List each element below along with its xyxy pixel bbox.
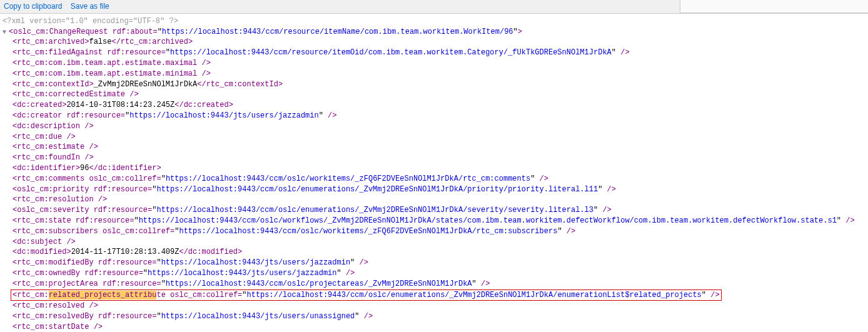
highlighted-element: <rtc_cm:related_projects_attribute oslc_… — [11, 289, 722, 301]
xml-element-line: <oslc_cm:severity rdf:resource="https://… — [3, 205, 865, 216]
xml-element-line: <oslc_cm:priority rdf:resource="https://… — [3, 184, 865, 195]
expand-icon[interactable]: ▼ — [3, 28, 9, 37]
xml-element-line: <rtc_cm:correctedEstimate /> — [3, 89, 865, 100]
xml-element-line: <dc:identifier>96</dc:identifier> — [3, 163, 865, 174]
xml-element-line: <rtc_cm:startDate /> — [3, 322, 865, 332]
save-as-file-link[interactable]: Save as file — [71, 2, 109, 11]
xml-element-line: <rtc_cm:related_projects_attribute oslc_… — [3, 289, 865, 301]
xml-viewer[interactable]: <?xml version="1.0" encoding="UTF-8" ?> … — [0, 14, 868, 332]
xml-element-line: <rtc_cm:resolution /> — [3, 194, 865, 205]
xml-element-line: <dc:modified>2014-11-17T10:28:13.409Z</d… — [3, 247, 865, 258]
xml-declaration: <?xml version="1.0" encoding="UTF-8" ?> — [3, 16, 865, 27]
xml-element-line: <rtc_cm:due /> — [3, 132, 865, 143]
xml-element-line: <dc:subject /> — [3, 237, 865, 248]
xml-element-line: <rtc_cm:com.ibm.team.apt.estimate.minima… — [3, 69, 865, 79]
xml-element-line: <rtc_cm:resolvedBy rdf:resource="https:/… — [3, 311, 865, 322]
xml-element-line: <rtc_cm:com.ibm.team.apt.estimate.maxima… — [3, 58, 865, 69]
xml-element-line: <rtc_cm:comments oslc_cm:collref="https:… — [3, 174, 865, 184]
xml-element-line: <rtc_cm:resolved /> — [3, 301, 865, 311]
side-panel — [680, 0, 868, 13]
xml-element-line: <dc:description /> — [3, 121, 865, 132]
xml-root-open: ▼<oslc_cm:ChangeRequest rdf:about="https… — [3, 27, 865, 38]
xml-element-line: <dc:created>2014-10-31T08:14:23.245Z</dc… — [3, 100, 865, 111]
xml-element-line: <rtc_cm:filedAgainst rdf:resource="https… — [3, 48, 865, 58]
xml-element-line: <rtc_cm:modifiedBy rdf:resource="https:/… — [3, 258, 865, 268]
xml-element-line: <rtc_cm:contextId>_ZvMmj2DREeSnNOlM1JrDk… — [3, 79, 865, 90]
xml-element-line: <rtc_cm:projectArea rdf:resource="https:… — [3, 279, 865, 289]
copy-to-clipboard-link[interactable]: Copy to clipboard — [4, 2, 62, 11]
xml-element-line: <rtc_cm:ownedBy rdf:resource="https://lo… — [3, 268, 865, 279]
xml-element-line: <rtc_cm:estimate /> — [3, 142, 865, 153]
xml-element-line: <rtc_cm:archived>false</rtc_cm:archived> — [3, 37, 865, 48]
xml-element-line: <dc:creator rdf:resource="https://localh… — [3, 111, 865, 121]
xml-element-line: <rtc_cm:state rdf:resource="https://loca… — [3, 216, 865, 226]
xml-element-line: <rtc_cm:subscribers oslc_cm:collref="htt… — [3, 226, 865, 237]
xml-element-line: <rtc_cm:foundIn /> — [3, 153, 865, 163]
